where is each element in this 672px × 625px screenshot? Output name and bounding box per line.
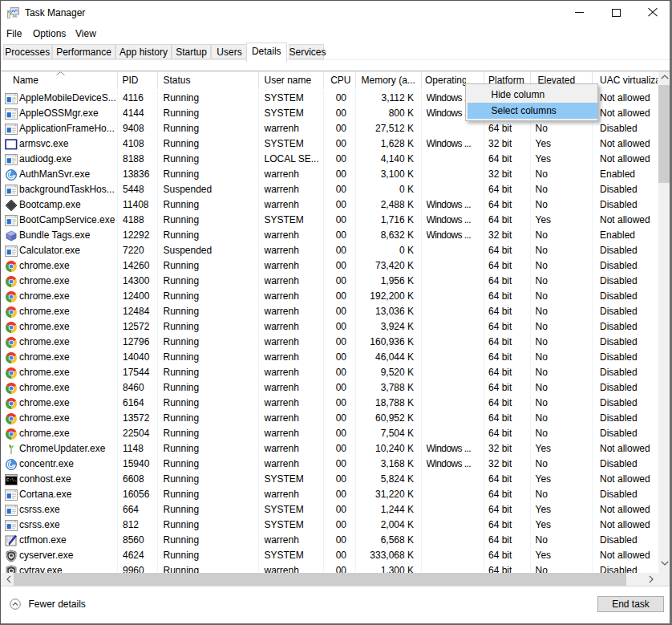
svg-text:C:\.: C:\.: [6, 477, 17, 483]
